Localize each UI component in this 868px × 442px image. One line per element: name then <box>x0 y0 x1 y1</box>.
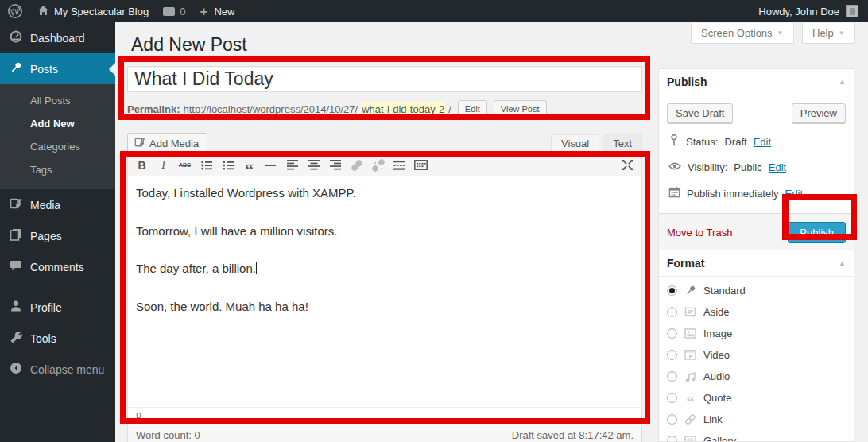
sidebar-item-posts[interactable]: Posts <box>0 53 115 84</box>
align-left-button[interactable] <box>281 156 303 175</box>
move-to-trash-link[interactable]: Move to Trash <box>667 227 732 238</box>
preview-button[interactable]: Preview <box>792 103 846 123</box>
sidebar-item-all-posts[interactable]: All Posts <box>0 89 115 112</box>
align-center-icon <box>308 160 320 170</box>
radio-gallery[interactable] <box>667 436 677 442</box>
sidebar-item-label: Tools <box>30 332 56 345</box>
word-count: Word count: 0 <box>136 429 200 441</box>
aside-icon <box>684 307 697 318</box>
format-label: Image <box>703 328 732 339</box>
numbered-list-button[interactable] <box>217 156 238 175</box>
view-post-button[interactable]: View Post <box>494 100 547 118</box>
sidebar-item-tags[interactable]: Tags <box>0 158 115 181</box>
sidebar-item-tools[interactable]: Tools <box>0 323 115 354</box>
comments-menu[interactable]: 0 <box>156 0 192 22</box>
sidebar-item-label: Media <box>30 199 60 211</box>
help-tab[interactable]: Help ▼ <box>802 23 855 44</box>
align-right-button[interactable] <box>324 156 346 175</box>
add-media-button[interactable]: Add Media <box>127 133 207 153</box>
bullet-list-button[interactable] <box>196 156 217 175</box>
unlink-icon <box>372 159 385 172</box>
radio-quote[interactable] <box>667 393 677 403</box>
strikethrough-button[interactable]: ABC <box>174 156 196 175</box>
radio-link[interactable] <box>667 414 677 425</box>
radio-standard[interactable] <box>667 285 677 296</box>
publish-button[interactable]: Publish <box>788 222 846 243</box>
radio-audio[interactable] <box>667 371 677 382</box>
edit-status-link[interactable]: Edit <box>754 136 771 148</box>
sidebar-item-comments[interactable]: Comments <box>0 251 115 282</box>
bold-glyph: B <box>138 159 145 172</box>
dashboard-icon <box>10 30 22 45</box>
distraction-free-button[interactable] <box>617 156 638 175</box>
format-label: Audio <box>703 370 730 382</box>
format-label: Gallery <box>703 435 736 442</box>
format-panel-header[interactable]: Format ▲ <box>659 250 854 277</box>
permalink-row: Permalink: http://localhost/wordpress/20… <box>127 99 642 118</box>
element-path[interactable]: p <box>136 409 141 421</box>
site-name-menu[interactable]: My Spectacular Blog <box>30 0 156 22</box>
sidebar-item-media[interactable]: Media <box>0 189 115 220</box>
radio-video[interactable] <box>667 350 677 360</box>
format-option-standard: Standard <box>667 285 846 297</box>
publish-panel-header[interactable]: Publish ▲ <box>659 69 854 95</box>
radio-image[interactable] <box>667 328 677 339</box>
editor-paragraph: Tomorrow, I will have a million visitors… <box>136 223 634 241</box>
align-center-button[interactable] <box>303 156 324 175</box>
link-icon <box>684 413 697 425</box>
format-panel-title: Format <box>667 257 704 269</box>
editor-content-area[interactable]: Today, I installed Wordpress with XAMPP.… <box>128 176 641 407</box>
insert-link-button[interactable] <box>346 156 367 175</box>
screen-options-tab[interactable]: Screen Options ▼ <box>691 23 794 44</box>
format-label: Aside <box>703 306 730 318</box>
horizontal-rule-button[interactable] <box>260 156 281 175</box>
toolbar-toggle-button[interactable] <box>410 156 432 175</box>
new-label: New <box>214 6 234 17</box>
blockquote-button[interactable]: “ <box>238 156 260 175</box>
status-label: Status: <box>686 136 718 148</box>
sidebar-item-categories[interactable]: Categories <box>0 135 115 158</box>
home-icon <box>37 5 49 18</box>
permalink-label: Permalink: <box>127 103 180 115</box>
remove-link-button[interactable] <box>367 156 389 175</box>
more-tag-button[interactable] <box>389 156 410 175</box>
collapse-toggle-icon[interactable]: ▲ <box>839 259 846 267</box>
audio-icon <box>684 371 697 382</box>
chevron-down-icon: ▼ <box>777 29 784 37</box>
sidebar-item-profile[interactable]: Profile <box>0 292 115 323</box>
editor-paragraph: Soon, the world. Muah ha ha ha! <box>136 298 634 316</box>
visibility-row: Visibility: Public Edit <box>668 161 846 173</box>
sidebar-item-add-new[interactable]: Add New <box>0 112 115 135</box>
sidebar-item-pages[interactable]: Pages <box>0 220 115 251</box>
format-option-video: Video <box>667 349 846 361</box>
sidebar-item-collapse-menu[interactable]: Collapse menu <box>0 354 115 385</box>
schedule-label: Publish immediately <box>687 188 779 200</box>
edit-visibility-link[interactable]: Edit <box>769 161 786 173</box>
edit-permalink-button[interactable]: Edit <box>458 100 487 118</box>
collapse-arrow-icon <box>10 362 22 377</box>
tab-text[interactable]: Text <box>603 134 642 153</box>
pushpin-icon <box>10 61 22 76</box>
comment-bubble-icon <box>163 7 175 16</box>
account-menu[interactable]: Howdy, John Doe <box>758 5 868 17</box>
edit-schedule-link[interactable]: Edit <box>785 188 803 200</box>
editor-status-bar: Word count: 0 Draft saved at 8:17:42 am. <box>127 425 642 442</box>
more-tag-icon <box>393 161 405 170</box>
permalink-slug[interactable]: what-i-did-today-2 <box>361 102 445 117</box>
italic-button[interactable]: I <box>153 156 174 175</box>
collapse-toggle-icon[interactable]: ▲ <box>839 78 846 86</box>
link-icon <box>351 159 363 172</box>
sidebar-item-dashboard[interactable]: Dashboard <box>0 22 115 53</box>
radio-aside[interactable] <box>667 307 677 317</box>
wordpress-logo-menu[interactable] <box>0 0 30 22</box>
format-panel-body: Standard Aside Image Video <box>659 277 854 442</box>
tab-visual[interactable]: Visual <box>551 134 599 153</box>
chevron-down-icon: ▼ <box>839 29 845 37</box>
save-draft-button[interactable]: Save Draft <box>667 103 733 123</box>
permalink-base: http://localhost/wordpress/2014/10/27/ <box>183 103 358 115</box>
new-content-menu[interactable]: + New <box>192 0 242 22</box>
post-title-input[interactable] <box>127 66 642 92</box>
bold-button[interactable]: B <box>131 156 153 175</box>
add-media-icon <box>134 137 145 150</box>
pushpin-icon <box>684 285 697 297</box>
